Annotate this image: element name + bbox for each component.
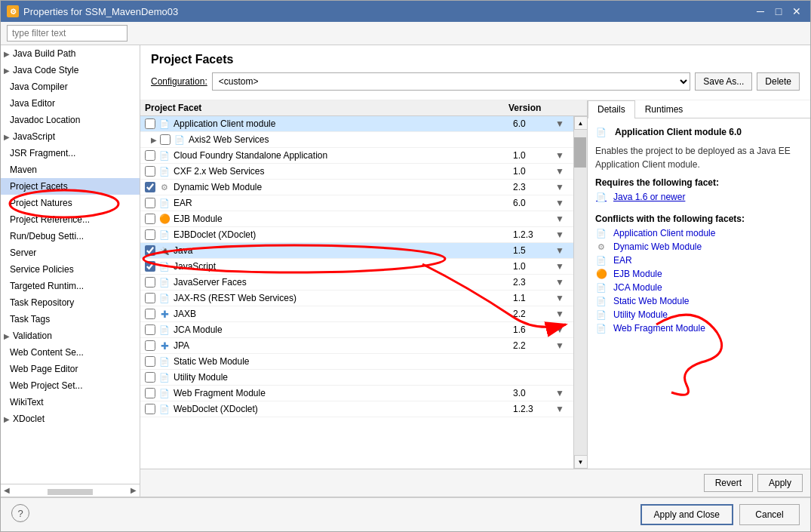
details-requires-item[interactable]: 📄 Java 1.6 or newer (595, 191, 803, 203)
facet-checkbox-8[interactable] (145, 245, 155, 256)
facet-checkbox-9[interactable] (145, 261, 155, 272)
facet-checkbox-5[interactable] (145, 198, 155, 208)
filter-input[interactable] (7, 25, 127, 42)
table-row[interactable]: ✚ JPA 2.2 ▼ (140, 338, 573, 354)
table-row[interactable]: 📄 JCA Module 1.6 ▼ (140, 322, 573, 338)
help-button[interactable]: ? (11, 504, 29, 522)
facet-version-drop-4[interactable]: ▼ (551, 182, 569, 192)
table-row[interactable]: ▶ 📄 Axis2 Web Services (140, 132, 573, 148)
facet-checkbox-10[interactable] (145, 277, 155, 288)
table-row[interactable]: 📄 JAX-RS (REST Web Services) 1.1 ▼ (140, 291, 573, 306)
facet-checkbox-11[interactable] (145, 293, 155, 303)
sidebar-item-jsr-fragment[interactable]: JSR Fragment... (1, 145, 140, 161)
sidebar-item-maven[interactable]: Maven (1, 161, 140, 178)
close-button[interactable]: ✕ (789, 4, 804, 19)
scroll-track[interactable] (574, 130, 588, 455)
cancel-button[interactable]: Cancel (739, 504, 800, 525)
facet-checkbox-6[interactable] (145, 214, 155, 224)
table-row[interactable]: 📄 EJBDoclet (XDoclet) 1.2.3 ▼ (140, 227, 573, 243)
sidebar-scroll-right[interactable]: ▶ (131, 486, 137, 495)
tab-details[interactable]: Details (588, 100, 635, 118)
facet-version-drop-7[interactable]: ▼ (551, 229, 569, 240)
facet-version-drop-17[interactable]: ▼ (551, 388, 569, 398)
sidebar-item-targeted-runtimes[interactable]: Targeted Runtim... (1, 278, 140, 294)
sidebar-item-java-compiler[interactable]: Java Compiler (1, 78, 140, 95)
sidebar-item-validation[interactable]: ▶ Validation (1, 328, 140, 344)
facet-version-drop-18[interactable]: ▼ (551, 404, 569, 414)
facet-checkbox-17[interactable] (145, 388, 155, 398)
table-row[interactable]: 🔌 Java 1.5 ▼ (140, 243, 573, 259)
table-row[interactable]: ✚ JAXB 2.2 ▼ (140, 306, 573, 322)
sidebar-item-java-code-style[interactable]: ▶ Java Code Style (1, 62, 140, 78)
facet-checkbox-0[interactable] (145, 118, 155, 129)
sidebar-item-project-natures[interactable]: Project Natures (1, 195, 140, 211)
details-conflict-4[interactable]: 📄 JCA Module (595, 281, 803, 294)
facets-scroll[interactable]: 📄 Application Client module 6.0 ▼ ▶ (140, 116, 573, 469)
facet-version-drop-12[interactable]: ▼ (551, 309, 569, 319)
table-row[interactable]: ⚙ Dynamic Web Module 2.3 ▼ (140, 180, 573, 195)
sidebar-item-service-policies[interactable]: Service Policies (1, 261, 140, 278)
facet-checkbox-12[interactable] (145, 309, 155, 319)
facet-checkbox-1[interactable] (160, 134, 170, 145)
facet-version-drop-3[interactable]: ▼ (551, 166, 569, 177)
sidebar-item-javascript[interactable]: ▶ JavaScript (1, 128, 140, 145)
sidebar-item-server[interactable]: Server (1, 244, 140, 261)
apply-close-button[interactable]: Apply and Close (641, 504, 733, 525)
facet-checkbox-4[interactable] (145, 182, 155, 192)
sidebar-scroll-left[interactable]: ◀ (4, 486, 10, 495)
revert-button[interactable]: Revert (704, 474, 753, 492)
scroll-up-button[interactable]: ▲ (574, 116, 588, 130)
facet-version-drop-14[interactable]: ▼ (551, 340, 569, 351)
facet-version-drop-10[interactable]: ▼ (551, 277, 569, 288)
delete-button[interactable]: Delete (757, 72, 800, 91)
scroll-down-button[interactable]: ▼ (574, 455, 588, 469)
details-conflict-6[interactable]: 📄 Utility Module (595, 309, 803, 321)
facet-version-drop-2[interactable]: ▼ (551, 150, 569, 161)
details-conflict-5[interactable]: 📄 Static Web Module (595, 295, 803, 307)
sidebar-item-web-page-editor[interactable]: Web Page Editor (1, 361, 140, 377)
facet-version-drop-5[interactable]: ▼ (551, 198, 569, 208)
sidebar-scroll[interactable]: ▶ Java Build Path ▶ Java Code Style Java… (1, 45, 140, 484)
minimize-button[interactable]: ─ (753, 4, 768, 19)
apply-button[interactable]: Apply (757, 474, 803, 492)
facet-version-drop-13[interactable]: ▼ (551, 324, 569, 335)
table-row[interactable]: 📄 Utility Module (140, 370, 573, 386)
sidebar-item-javadoc-location[interactable]: Javadoc Location (1, 112, 140, 128)
save-as-button[interactable]: Save As... (695, 72, 752, 91)
table-row[interactable]: 📄 JavaScript 1.0 ▼ (140, 259, 573, 275)
table-row[interactable]: 📄 CXF 2.x Web Services 1.0 ▼ (140, 164, 573, 180)
facet-checkbox-16[interactable] (145, 372, 155, 383)
facet-version-drop-0[interactable]: ▼ (551, 118, 569, 129)
sidebar-item-project-references[interactable]: Project Reference... (1, 211, 140, 228)
sidebar-item-web-project-settings[interactable]: Web Project Set... (1, 377, 140, 394)
sidebar-item-java-editor[interactable]: Java Editor (1, 95, 140, 112)
sidebar-item-xdoclet[interactable]: ▶ XDoclet (1, 411, 140, 427)
sidebar-item-web-content-se[interactable]: Web Content Se... (1, 344, 140, 361)
config-select[interactable]: <custom> (212, 72, 691, 91)
table-row[interactable]: 📄 JavaServer Faces 2.3 ▼ (140, 275, 573, 291)
sidebar-item-task-repository[interactable]: Task Repository (1, 294, 140, 311)
facet-checkbox-3[interactable] (145, 166, 155, 177)
details-conflict-1[interactable]: ⚙ Dynamic Web Module (595, 241, 803, 253)
facet-version-drop-9[interactable]: ▼ (551, 261, 569, 272)
sidebar-item-wikitext[interactable]: WikiText (1, 394, 140, 411)
maximize-button[interactable]: □ (771, 4, 786, 19)
table-row[interactable]: 📄 EAR 6.0 ▼ (140, 195, 573, 211)
details-conflict-7[interactable]: 📄 Web Fragment Module (595, 322, 803, 334)
scroll-thumb[interactable] (574, 137, 586, 168)
facet-checkbox-14[interactable] (145, 340, 155, 351)
facet-version-drop-6[interactable]: ▼ (551, 214, 569, 224)
details-conflict-0[interactable]: 📄 Application Client module (595, 227, 803, 239)
details-conflict-2[interactable]: 📄 EAR (595, 254, 803, 266)
facet-version-drop-11[interactable]: ▼ (551, 293, 569, 303)
facets-scrollbar[interactable]: ▲ ▼ (573, 116, 587, 469)
table-row[interactable]: 📄 WebDoclet (XDoclet) 1.2.3 ▼ (140, 401, 573, 417)
table-row[interactable]: 📄 Cloud Foundry Standalone Application 1… (140, 148, 573, 164)
table-row[interactable]: 🟠 EJB Module ▼ (140, 211, 573, 227)
facet-checkbox-18[interactable] (145, 404, 155, 414)
sidebar-item-run-debug[interactable]: Run/Debug Setti... (1, 228, 140, 244)
table-row[interactable]: 📄 Web Fragment Module 3.0 ▼ (140, 386, 573, 401)
sidebar-item-project-facets[interactable]: Project Facets (1, 178, 140, 195)
tab-runtimes[interactable]: Runtimes (635, 100, 693, 118)
details-conflict-3[interactable]: 🟠 EJB Module (595, 268, 803, 280)
